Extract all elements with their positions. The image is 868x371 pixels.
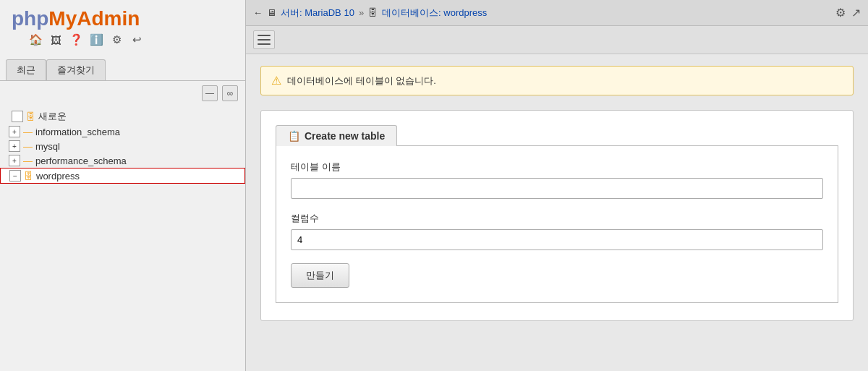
settings-icon[interactable]: ⚙ [109, 32, 124, 48]
table-name-input[interactable] [291, 178, 823, 199]
create-button[interactable]: 만들기 [291, 263, 349, 288]
breadcrumb: ← 🖥 서버: MariaDB 10 » 🗄 데이터베이스: wordpress [253, 7, 487, 20]
main-area: ← 🖥 서버: MariaDB 10 » 🗄 데이터베이스: wordpress… [246, 0, 868, 371]
expand-icon[interactable]: ↗ [851, 6, 861, 20]
db-toggle-information-schema[interactable]: + [9, 126, 20, 137]
logo: phpMyAdmin [12, 9, 234, 29]
table-name-group: 테이블 이름 [291, 161, 823, 199]
db-item-mysql[interactable]: + — mysql [0, 139, 245, 153]
db-icon-wordpress: 🗄 [24, 171, 33, 182]
icon-bar: 🏠 🖼 ❓ ℹ️ ⚙ ↩ [12, 29, 234, 54]
create-table-form: 테이블 이름 컬럼수 만들기 [276, 145, 838, 303]
db-item-information-schema[interactable]: + — information_schema [0, 124, 245, 139]
breadcrumb-sep: » [359, 7, 364, 18]
topbar-icons: ⚙ ↗ [835, 6, 861, 20]
tab-favorites[interactable]: 즐겨찾기 [46, 59, 106, 80]
db-list: 🗄 새로운 + — information_schema + — mysql +… [0, 106, 245, 371]
db-name-performance-schema: performance_schema [35, 155, 127, 166]
db-new-toggle[interactable] [12, 111, 23, 122]
warning-box: ⚠ 데이터베이스에 테이블이 없습니다. [260, 66, 854, 95]
db-tools: — ∞ [0, 81, 245, 106]
column-count-group: 컬럼수 [291, 212, 823, 250]
db-name-wordpress: wordpress [36, 171, 80, 182]
toolbar [246, 26, 868, 54]
db-item-wordpress[interactable]: − 🗄 wordpress [0, 168, 245, 184]
db-icon-mysql: — [23, 141, 33, 152]
hamburger-line-2 [258, 39, 271, 40]
db-toggle-wordpress[interactable]: − [9, 170, 21, 182]
link-btn[interactable]: ∞ [222, 85, 238, 101]
db-name-information-schema: information_schema [35, 127, 120, 137]
home-icon[interactable]: 🏠 [27, 32, 43, 48]
photo-icon[interactable]: 🖼 [48, 32, 64, 48]
db-toggle-performance-schema[interactable]: + [9, 155, 20, 166]
warning-text: 데이터베이스에 테이블이 없습니다. [287, 74, 436, 88]
column-count-input[interactable] [291, 229, 823, 250]
exit-icon[interactable]: ↩ [129, 32, 145, 48]
logo-my: My [48, 7, 77, 30]
topbar: ← 🖥 서버: MariaDB 10 » 🗄 데이터베이스: wordpress… [246, 0, 868, 26]
info-icon[interactable]: ℹ️ [88, 32, 104, 48]
nav-tabs: 최근 즐겨찾기 [0, 59, 245, 81]
breadcrumb-db[interactable]: 데이터베이스: wordpress [382, 7, 487, 20]
tab-recent[interactable]: 최근 [6, 59, 46, 80]
hamburger-line-3 [258, 43, 271, 45]
db-item-performance-schema[interactable]: + — performance_schema [0, 153, 245, 168]
db-new-icon: 🗄 [26, 111, 35, 122]
create-table-section: 📋 Create new table 테이블 이름 컬럼수 만들기 [260, 110, 854, 321]
create-table-tab[interactable]: 📋 Create new table [276, 125, 397, 146]
gear-icon[interactable]: ⚙ [835, 6, 846, 20]
db-name-mysql: mysql [35, 141, 60, 152]
logo-admin: Admin [77, 7, 140, 30]
warning-icon: ⚠ [271, 74, 281, 88]
db-icon-breadcrumb: 🗄 [368, 7, 378, 18]
db-icon-information-schema: — [23, 127, 33, 137]
breadcrumb-server[interactable]: 서버: MariaDB 10 [281, 7, 354, 20]
sidebar: phpMyAdmin 🏠 🖼 ❓ ℹ️ ⚙ ↩ 최근 즐겨찾기 — ∞ 🗄 새로… [0, 0, 246, 371]
db-toggle-mysql[interactable]: + [9, 140, 20, 152]
hamburger-line-1 [258, 35, 271, 36]
hamburger-menu-btn[interactable] [253, 30, 275, 49]
breadcrumb-arrow: ← [253, 7, 263, 18]
create-table-tab-label: Create new table [305, 130, 385, 142]
column-count-label: 컬럼수 [291, 212, 823, 225]
create-table-icon: 📋 [288, 130, 300, 142]
server-icon: 🖥 [267, 7, 276, 18]
db-new-item: 🗄 새로운 [0, 107, 245, 124]
db-icon-performance-schema: — [23, 155, 33, 166]
content-area: ⚠ 데이터베이스에 테이블이 없습니다. 📋 Create new table … [246, 54, 868, 371]
help-icon[interactable]: ❓ [68, 32, 84, 48]
logo-area: phpMyAdmin 🏠 🖼 ❓ ℹ️ ⚙ ↩ [0, 0, 245, 59]
collapse-all-btn[interactable]: — [202, 85, 218, 101]
db-new-label: 새로운 [38, 110, 67, 123]
table-name-label: 테이블 이름 [291, 161, 823, 174]
logo-php: php [12, 7, 48, 30]
